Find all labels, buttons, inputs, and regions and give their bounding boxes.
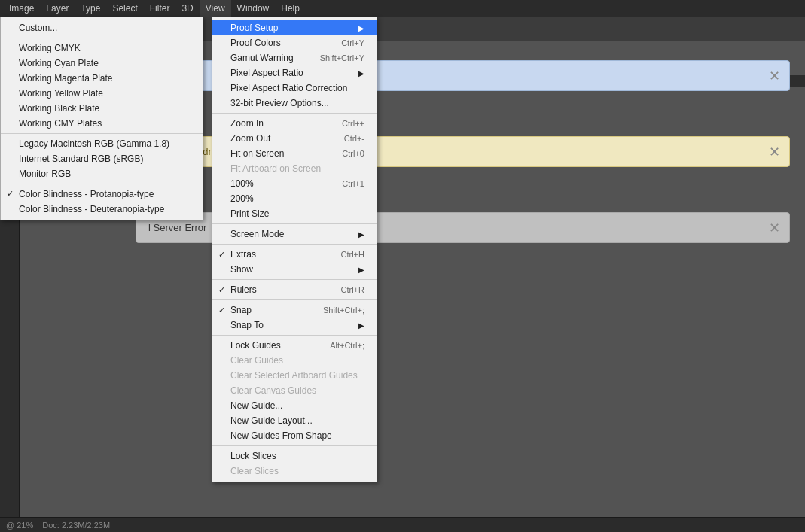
view-menu-snap[interactable]: Snap Shift+Ctrl+; (212, 302, 377, 318)
fit-on-screen-shortcut: Ctrl+0 (342, 149, 364, 158)
view-menu-32bit-preview[interactable]: 32-bit Preview Options... (212, 96, 377, 111)
view-menu-lock-slices-label: Lock Slices (230, 451, 276, 461)
proof-submenu-working-magenta[interactable]: Working Magenta Plate (1, 71, 203, 86)
proof-setup-arrow-icon: ▶ (358, 24, 364, 32)
view-menu-fit-artboard-label: Fit Artboard on Screen (230, 163, 321, 174)
proof-submenu-working-yellow[interactable]: Working Yellow Plate (1, 86, 203, 101)
view-menu-lock-slices[interactable]: Lock Slices (212, 448, 377, 464)
view-menu-clear-selected-artboard-guides[interactable]: Clear Selected Artboard Guides (212, 368, 377, 383)
snap-to-arrow-icon: ▶ (358, 321, 364, 330)
proof-submenu-sep-1 (1, 38, 203, 38)
view-menu-print-size[interactable]: Print Size (212, 206, 377, 221)
proof-submenu-internet-std[interactable]: Internet Standard RGB (sRGB) (1, 151, 203, 166)
view-menu-extras[interactable]: Extras Ctrl+H (212, 247, 377, 262)
proof-submenu-sep-2 (1, 133, 203, 134)
view-menu-snap-to-label: Snap To (230, 320, 264, 330)
view-menu-rulers[interactable]: Rulers Ctrl+R (212, 282, 377, 297)
proof-submenu-working-cyan[interactable]: Working Cyan Plate (1, 56, 203, 71)
view-menu-print-size-label: Print Size (230, 208, 269, 219)
view-menu-zoom-in-label: Zoom In (230, 118, 264, 129)
view-menu-screen-mode-label: Screen Mode (230, 229, 284, 239)
view-menu-snap-to[interactable]: Snap To ▶ (212, 318, 377, 333)
view-menu-new-guide-layout-label: New Guide Layout... (230, 415, 313, 426)
view-menu-fit-on-screen[interactable]: Fit on Screen Ctrl+0 (212, 146, 377, 161)
menu-overlay: Custom... Working CMYK Working Cyan Plat… (0, 0, 805, 532)
view-menu-new-guide-layout[interactable]: New Guide Layout... (212, 413, 377, 428)
proof-submenu-cb-protanopia[interactable]: Color Blindness - Protanopia-type (1, 187, 203, 202)
view-menu-snap-label: Snap (230, 305, 252, 315)
100-shortcut: Ctrl+1 (342, 179, 364, 188)
view-menu: Proof Setup ▶ Proof Colors Ctrl+Y Gamut … (212, 17, 377, 482)
view-menu-clear-selected-artboard-guides-label: Clear Selected Artboard Guides (230, 370, 358, 381)
view-menu-rulers-label: Rulers (230, 284, 257, 295)
view-menu-proof-setup[interactable]: Proof Setup ▶ (212, 20, 377, 35)
proof-submenu-cb-deuteranopia[interactable]: Color Blindness - Deuteranopia-type (1, 202, 203, 217)
view-menu-lock-guides[interactable]: Lock Guides Alt+Ctrl+; (212, 338, 377, 353)
view-menu-clear-slices[interactable]: Clear Slices (212, 464, 377, 479)
view-menu-32bit-preview-label: 32-bit Preview Options... (230, 98, 329, 108)
lock-guides-shortcut: Alt+Ctrl+; (330, 341, 364, 350)
view-menu-gamut-warning-label: Gamut Warning (230, 53, 294, 63)
view-sep-3 (212, 244, 377, 245)
view-menu-100-label: 100% (230, 178, 254, 189)
proof-setup-submenu: Custom... Working CMYK Working Cyan Plat… (0, 17, 203, 220)
show-arrow-icon: ▶ (358, 266, 364, 274)
proof-colors-shortcut: Ctrl+Y (341, 38, 364, 47)
view-sep-2 (212, 223, 377, 224)
view-menu-200-label: 200% (230, 193, 254, 204)
view-menu-clear-canvas-guides-label: Clear Canvas Guides (230, 385, 316, 396)
proof-submenu-working-black[interactable]: Working Black Plate (1, 101, 203, 116)
view-sep-1 (212, 113, 377, 114)
view-menu-zoom-out[interactable]: Zoom Out Ctrl+- (212, 131, 377, 146)
zoom-out-shortcut: Ctrl+- (344, 134, 364, 143)
view-sep-7 (212, 445, 377, 446)
view-menu-new-guides-from-shape-label: New Guides From Shape (230, 430, 332, 441)
view-menu-new-guide[interactable]: New Guide... (212, 398, 377, 413)
view-menu-show[interactable]: Show ▶ (212, 262, 377, 277)
proof-submenu-working-cmyk[interactable]: Working CMYK (1, 41, 203, 56)
view-menu-new-guide-label: New Guide... (230, 400, 282, 411)
view-menu-clear-guides-label: Clear Guides (230, 355, 283, 366)
view-menu-fit-artboard[interactable]: Fit Artboard on Screen (212, 161, 377, 176)
screen-mode-arrow-icon: ▶ (358, 230, 364, 239)
view-sep-6 (212, 335, 377, 336)
view-menu-fit-on-screen-label: Fit on Screen (230, 148, 284, 159)
view-menu-clear-guides[interactable]: Clear Guides (212, 353, 377, 368)
zoom-in-shortcut: Ctrl++ (342, 119, 364, 128)
gamut-warning-shortcut: Shift+Ctrl+Y (320, 53, 364, 62)
proof-submenu-legacy-mac[interactable]: Legacy Macintosh RGB (Gamma 1.8) (1, 136, 203, 151)
rulers-shortcut: Ctrl+R (341, 285, 364, 294)
view-menu-extras-label: Extras (230, 249, 256, 260)
extras-shortcut: Ctrl+H (341, 250, 364, 259)
proof-submenu-custom[interactable]: Custom... (1, 20, 203, 35)
view-menu-proof-colors-label: Proof Colors (230, 38, 281, 48)
view-menu-proof-setup-label: Proof Setup (230, 23, 278, 33)
view-menu-gamut-warning[interactable]: Gamut Warning Shift+Ctrl+Y (212, 50, 377, 65)
view-menu-pixel-aspect-ratio-label: Pixel Aspect Ratio (230, 68, 303, 78)
proof-submenu-sep-3 (1, 184, 203, 184)
view-sep-5 (212, 299, 377, 300)
view-menu-screen-mode[interactable]: Screen Mode ▶ (212, 226, 377, 242)
view-menu-clear-slices-label: Clear Slices (230, 466, 279, 476)
view-menu-200[interactable]: 200% (212, 191, 377, 206)
view-menu-show-label: Show (230, 264, 253, 275)
view-menu-new-guides-from-shape[interactable]: New Guides From Shape (212, 428, 377, 443)
proof-submenu-working-cmy[interactable]: Working CMY Plates (1, 116, 203, 131)
proof-submenu-monitor-rgb[interactable]: Monitor RGB (1, 166, 203, 181)
view-menu-pixel-aspect-ratio[interactable]: Pixel Aspect Ratio ▶ (212, 65, 377, 81)
view-menu-proof-colors[interactable]: Proof Colors Ctrl+Y (212, 35, 377, 50)
view-menu-pixel-aspect-ratio-correction[interactable]: Pixel Aspect Ratio Correction (212, 81, 377, 96)
view-menu-lock-guides-label: Lock Guides (230, 340, 281, 351)
view-sep-4 (212, 279, 377, 280)
view-menu-pixel-aspect-ratio-correction-label: Pixel Aspect Ratio Correction (230, 83, 347, 93)
view-menu-clear-canvas-guides[interactable]: Clear Canvas Guides (212, 383, 377, 398)
view-menu-zoom-out-label: Zoom Out (230, 133, 270, 144)
view-menu-zoom-in[interactable]: Zoom In Ctrl++ (212, 116, 377, 131)
pixel-aspect-arrow-icon: ▶ (358, 69, 364, 78)
view-menu-100[interactable]: 100% Ctrl+1 (212, 176, 377, 191)
snap-shortcut: Shift+Ctrl+; (323, 306, 364, 315)
